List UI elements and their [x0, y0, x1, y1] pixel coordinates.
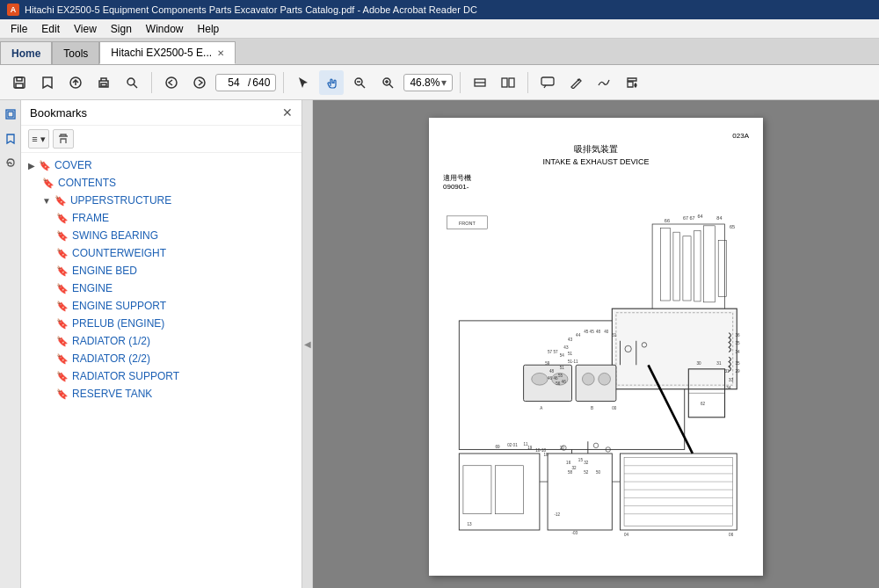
- svg-text:61: 61: [612, 333, 617, 338]
- bookmarks-close-button[interactable]: ✕: [282, 105, 293, 120]
- bm-arrow-upperstructure[interactable]: ▼: [42, 196, 51, 206]
- svg-line-16: [389, 84, 393, 88]
- menu-view[interactable]: View: [67, 21, 104, 37]
- svg-text:48: 48: [596, 330, 601, 334]
- bookmarks-header: Bookmarks ✕: [21, 100, 301, 126]
- bookmark-radiator-1[interactable]: 🔖 RADIATOR (1/2): [21, 332, 301, 350]
- svg-rect-32: [694, 230, 701, 301]
- menu-window[interactable]: Window: [139, 21, 191, 37]
- page-number-input[interactable]: [222, 76, 246, 89]
- bookmark-counterweight[interactable]: 🔖 COUNTERWEIGHT: [21, 244, 301, 262]
- svg-text:33: 33: [729, 378, 734, 382]
- sidebar-icon-bookmarks[interactable]: [2, 130, 19, 148]
- bookmarks-expand-all-button[interactable]: ≡ ▾: [28, 129, 49, 149]
- title-text: Hitachi EX2500-5 Equipment Components Pa…: [25, 4, 477, 15]
- pdf-viewer[interactable]: 023A 吸排気装置 INTAKE & EXHAUST DEVICE 適用号機 …: [313, 100, 879, 588]
- tab-doc-label: Hitachi EX2500-5 E...: [111, 47, 212, 59]
- fill-button[interactable]: [620, 70, 644, 95]
- menu-edit[interactable]: Edit: [34, 21, 67, 37]
- prev-page-button[interactable]: [159, 70, 184, 95]
- bookmark-prelub[interactable]: 🔖 PRELUB (ENGINE): [21, 315, 301, 332]
- svg-text:32: 32: [584, 461, 589, 465]
- collapse-arrow-icon: ◀: [304, 339, 311, 349]
- tab-tools[interactable]: Tools: [52, 41, 99, 64]
- tab-home-label: Home: [11, 47, 40, 60]
- search-button[interactable]: [120, 70, 144, 95]
- svg-rect-87: [459, 454, 540, 530]
- page-total: 640: [252, 76, 270, 89]
- save-button[interactable]: [7, 70, 32, 95]
- bm-label-reserve-tank: RESERVE TANK: [72, 388, 152, 400]
- bookmark-upperstructure[interactable]: ▼ 🔖 UPPERSTRUCTURE: [21, 192, 301, 209]
- svg-text:02 01: 02 01: [507, 443, 518, 447]
- svg-text:51: 51: [568, 352, 573, 356]
- svg-text:52: 52: [584, 470, 589, 475]
- svg-point-6: [127, 78, 134, 85]
- sep-1: [151, 72, 152, 93]
- hand-tool-button[interactable]: [319, 70, 344, 95]
- sidebar-icon-attachments[interactable]: [2, 155, 19, 172]
- bookmark-reserve-tank[interactable]: 🔖 RESERVE TANK: [21, 385, 301, 403]
- bm-label-engine-bed: ENGINE BED: [72, 265, 137, 277]
- bm-label-radiator-1: RADIATOR (1/2): [72, 335, 150, 347]
- svg-text:18: 18: [543, 453, 548, 457]
- svg-rect-24: [8, 112, 13, 117]
- svg-text:46 46: 46 46: [548, 376, 558, 381]
- bookmark-engine-support[interactable]: 🔖 ENGINE SUPPORT: [21, 297, 301, 315]
- comment-button[interactable]: [535, 70, 560, 95]
- zoom-out-button[interactable]: [347, 70, 372, 95]
- bm-icon-radiator-2: 🔖: [56, 353, 69, 365]
- upload-button[interactable]: [63, 70, 88, 95]
- bookmark-swing-bearing[interactable]: 🔖 SWING BEARING: [21, 227, 301, 244]
- svg-rect-88: [463, 466, 491, 514]
- svg-text:A: A: [540, 406, 543, 410]
- svg-text:67 67: 67 67: [683, 215, 695, 221]
- zoom-control[interactable]: 46.8% ▾: [403, 74, 453, 91]
- bm-icon-radiator-1: 🔖: [56, 336, 69, 347]
- zoom-value: 46.8%: [410, 76, 440, 89]
- spread-button[interactable]: [496, 70, 520, 95]
- svg-text:16: 16: [566, 461, 571, 465]
- panel-collapse-handle[interactable]: ◀: [302, 100, 313, 588]
- menu-help[interactable]: Help: [191, 21, 227, 37]
- menu-file[interactable]: File: [4, 21, 34, 37]
- svg-rect-2: [16, 83, 23, 88]
- tab-close-icon[interactable]: ✕: [217, 48, 224, 58]
- svg-rect-5: [101, 83, 106, 86]
- bookmark-frame[interactable]: 🔖 FRAME: [21, 209, 301, 227]
- svg-text:45 45: 45 45: [584, 330, 594, 334]
- bookmark-contents[interactable]: 🔖 CONTENTS: [21, 174, 301, 192]
- bm-icon-counterweight: 🔖: [56, 248, 69, 259]
- menu-sign[interactable]: Sign: [104, 21, 139, 37]
- bookmark-engine-bed[interactable]: 🔖 ENGINE BED: [21, 262, 301, 279]
- next-page-button[interactable]: [187, 70, 212, 95]
- svg-rect-46: [576, 365, 616, 401]
- bookmark-cover[interactable]: ▶ 🔖 COVER: [21, 156, 301, 174]
- cursor-tool-button[interactable]: [291, 70, 316, 95]
- svg-text:54: 54: [560, 353, 565, 358]
- svg-text:55: 55: [558, 374, 563, 378]
- tab-document[interactable]: Hitachi EX2500-5 E... ✕: [99, 41, 236, 64]
- fit-page-button[interactable]: [468, 70, 492, 95]
- bookmarks-options-button[interactable]: [53, 129, 74, 149]
- zoom-in-button[interactable]: [375, 70, 400, 95]
- title-bar: A Hitachi EX2500-5 Equipment Components …: [0, 0, 879, 19]
- bookmark-engine[interactable]: 🔖 ENGINE: [21, 279, 301, 297]
- bookmark-button[interactable]: [35, 70, 60, 95]
- tab-home[interactable]: Home: [0, 41, 52, 64]
- svg-text:36: 36: [735, 333, 740, 338]
- svg-rect-19: [502, 78, 507, 87]
- bookmark-radiator-support[interactable]: 🔖 RADIATOR SUPPORT: [21, 367, 301, 385]
- bookmark-radiator-2[interactable]: 🔖 RADIATOR (2/2): [21, 350, 301, 367]
- pen-button[interactable]: [563, 70, 588, 95]
- bm-label-radiator-support: RADIATOR SUPPORT: [72, 370, 179, 382]
- bm-arrow-cover[interactable]: ▶: [28, 161, 35, 171]
- zoom-dropdown-icon[interactable]: ▾: [441, 76, 447, 89]
- svg-text:59: 59: [545, 361, 550, 366]
- toolbar: / 640 46.8% ▾: [0, 65, 879, 100]
- svg-text:04: 04: [624, 533, 629, 537]
- print-button[interactable]: [91, 70, 116, 95]
- sign-button[interactable]: [592, 70, 616, 95]
- svg-text:62: 62: [701, 402, 706, 406]
- sidebar-icon-layers[interactable]: [2, 105, 19, 123]
